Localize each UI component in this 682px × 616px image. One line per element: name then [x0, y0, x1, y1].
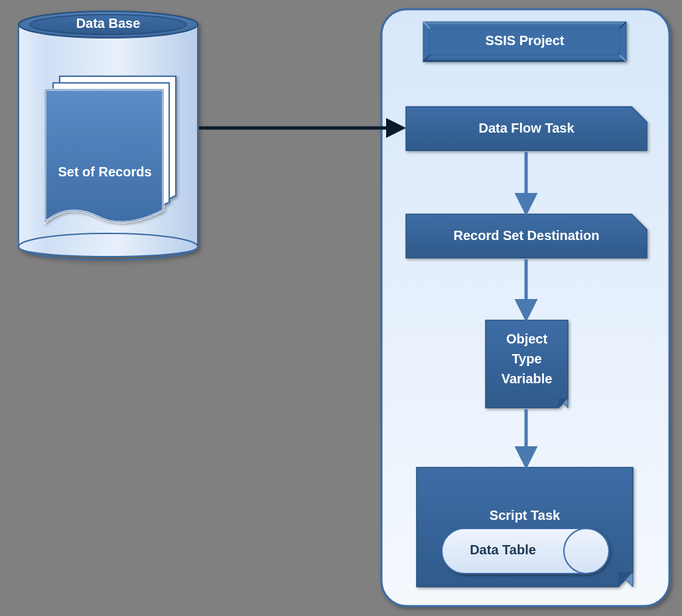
records-label: Set of Records	[52, 164, 158, 180]
object-variable-label-1: Object	[486, 332, 568, 347]
database-title: Data Base	[30, 16, 186, 31]
script-task-label: Script Task	[417, 508, 633, 523]
data-table-label: Data Table	[442, 542, 564, 558]
ssis-project-title: SSIS Project	[423, 33, 626, 48]
record-set-destination-label: Record Set Destination	[406, 228, 647, 243]
data-flow-task-label: Data Flow Task	[406, 121, 647, 136]
object-variable-label-2: Type	[486, 351, 568, 367]
object-variable-label-3: Variable	[486, 371, 568, 387]
records-stack	[45, 76, 176, 222]
